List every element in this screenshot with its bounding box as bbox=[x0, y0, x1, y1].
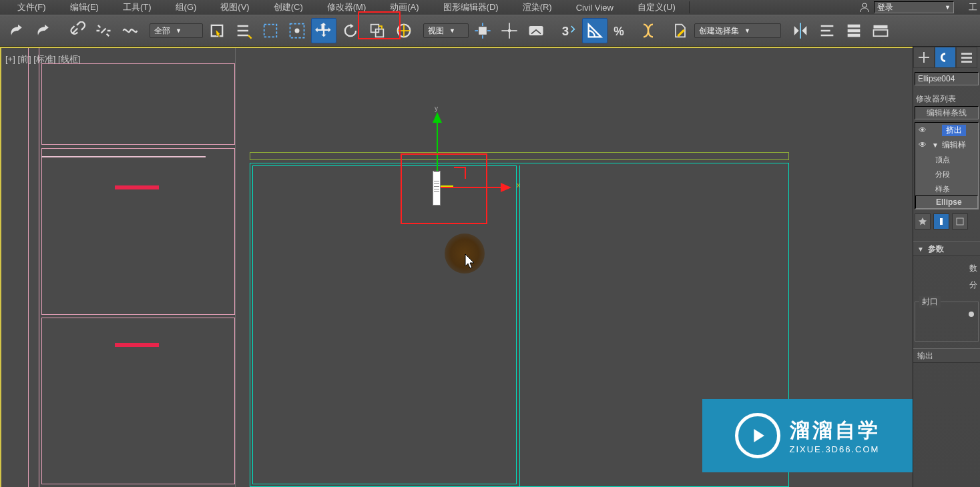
modstack-base-ellipse[interactable]: Ellipse bbox=[915, 195, 978, 209]
dropdown-arrow-icon: ▼ bbox=[945, 4, 951, 11]
collapse-icon[interactable]: ▼ bbox=[931, 141, 939, 149]
create-tab[interactable] bbox=[913, 47, 935, 68]
make-unique-button[interactable] bbox=[952, 213, 968, 229]
scene-patch bbox=[115, 343, 159, 347]
svg-point-5 bbox=[295, 29, 300, 33]
login-label: 登录 bbox=[877, 2, 893, 13]
scene-line bbox=[28, 48, 29, 487]
svg-rect-9 bbox=[479, 27, 487, 35]
menu-group[interactable]: 组(G) bbox=[164, 0, 209, 15]
spinner-snap-button[interactable] bbox=[636, 18, 661, 43]
rollout-output[interactable]: 输出 bbox=[913, 348, 980, 363]
cap-radio[interactable] bbox=[919, 312, 974, 317]
svg-rect-21 bbox=[961, 61, 972, 63]
percent-snap-button[interactable]: % bbox=[609, 18, 634, 43]
selection-filter-dropdown[interactable]: 全部 ▼ bbox=[150, 23, 203, 38]
menu-customize[interactable]: 自定义(U) bbox=[626, 0, 688, 15]
scene-line bbox=[39, 48, 39, 487]
menu-rendering[interactable]: 渲染(R) bbox=[511, 0, 564, 15]
menu-edit[interactable]: 编辑(E) bbox=[58, 0, 111, 15]
rollout-twisty-icon: ▼ bbox=[917, 246, 924, 253]
window-crossing-button[interactable] bbox=[284, 18, 310, 43]
pin-stack-button[interactable] bbox=[915, 213, 931, 229]
redo-button[interactable] bbox=[32, 18, 57, 43]
hierarchy-tab[interactable] bbox=[956, 47, 977, 68]
svg-rect-16 bbox=[848, 34, 861, 37]
viewport[interactable]: [+] [前] [标准] [线框] y x bbox=[0, 47, 913, 487]
param-row: 数 bbox=[916, 260, 977, 277]
main-toolbar: 全部 ▼ 视图 ▼ 3 % 创建选择集 ▼ bbox=[0, 15, 980, 47]
modifier-list-dropdown[interactable]: 编辑样条线 bbox=[915, 106, 979, 119]
modstack-item-editspline[interactable]: 👁 ▼ 编辑样 bbox=[915, 137, 978, 152]
svg-point-0 bbox=[863, 3, 867, 7]
show-end-result-button[interactable] bbox=[933, 213, 949, 229]
snap-3d-button[interactable]: 3 bbox=[555, 18, 581, 43]
modstack-sub-vertex[interactable]: 顶点 bbox=[915, 152, 978, 167]
capping-legend: 封口 bbox=[919, 296, 941, 308]
svg-rect-23 bbox=[957, 218, 963, 225]
menu-tools[interactable]: 工具(T) bbox=[111, 0, 164, 15]
angle-snap-button[interactable] bbox=[582, 18, 607, 43]
menu-create[interactable]: 创建(C) bbox=[262, 0, 315, 15]
gizmo-x-arrow-icon bbox=[501, 183, 511, 192]
menu-view[interactable]: 视图(V) bbox=[208, 0, 261, 15]
named-selection-dropdown[interactable]: 创建选择集 ▼ bbox=[694, 23, 781, 38]
svg-rect-17 bbox=[874, 25, 888, 29]
scene-patch bbox=[115, 185, 159, 189]
link-button[interactable] bbox=[64, 18, 89, 43]
svg-rect-20 bbox=[961, 57, 972, 59]
modstack-sub-spline[interactable]: 样条 bbox=[915, 181, 978, 196]
login-box[interactable]: 登录 ▼ bbox=[859, 1, 966, 13]
modifier-list-label: 修改器列表 bbox=[913, 89, 980, 106]
undo-button[interactable] bbox=[5, 18, 31, 43]
select-region-rect-button[interactable] bbox=[258, 18, 283, 43]
object-name-field[interactable]: Ellipse004 bbox=[915, 72, 979, 85]
select-object-button[interactable] bbox=[204, 18, 230, 43]
modstack-toolbar bbox=[913, 209, 980, 233]
modstack-sub-segment[interactable]: 分段 bbox=[915, 167, 978, 181]
select-by-name-button[interactable] bbox=[231, 18, 256, 43]
svg-rect-18 bbox=[874, 30, 888, 36]
dropdown-arrow-icon: ▼ bbox=[176, 27, 182, 34]
svg-rect-19 bbox=[961, 53, 972, 55]
svg-rect-14 bbox=[848, 25, 861, 28]
command-panel-tabs bbox=[913, 47, 980, 68]
align-button[interactable] bbox=[814, 18, 840, 43]
modstack-item-extrude[interactable]: 👁 挤出 bbox=[915, 123, 978, 137]
dropdown-arrow-icon: ▼ bbox=[744, 27, 750, 34]
menu-grapheditors[interactable]: 图形编辑器(D) bbox=[431, 0, 511, 15]
menu-truncated[interactable]: 工 bbox=[966, 0, 980, 15]
menu-civilview[interactable]: Civil View bbox=[564, 1, 626, 14]
svg-rect-11 bbox=[529, 26, 543, 35]
move-button[interactable] bbox=[311, 18, 336, 43]
bind-spacewarp-button[interactable] bbox=[117, 18, 143, 43]
eye-icon[interactable]: 👁 bbox=[917, 140, 929, 149]
eye-icon[interactable]: 👁 bbox=[917, 125, 929, 135]
tutorial-highlight-viewport bbox=[401, 153, 487, 224]
coord-value: 视图 bbox=[428, 25, 444, 37]
capping-group: 封口 bbox=[915, 302, 979, 342]
modify-tab[interactable] bbox=[935, 47, 956, 68]
select-manipulate-button[interactable] bbox=[497, 18, 522, 43]
toggle-ribbon-button[interactable] bbox=[868, 18, 893, 43]
cursor-icon bbox=[465, 254, 477, 270]
pivot-button[interactable] bbox=[470, 18, 495, 43]
watermark-logo-icon bbox=[735, 413, 780, 458]
mirror-button[interactable] bbox=[788, 18, 813, 43]
menu-bar: 文件(F) 编辑(E) 工具(T) 组(G) 视图(V) 创建(C) 修改器(M… bbox=[0, 0, 980, 15]
svg-text:%: % bbox=[614, 25, 624, 38]
named-selection-edit-button[interactable] bbox=[668, 18, 693, 43]
coord-system-dropdown[interactable]: 视图 ▼ bbox=[423, 23, 469, 38]
named-selection-value: 创建选择集 bbox=[699, 25, 739, 37]
menu-file[interactable]: 文件(F) bbox=[5, 0, 58, 15]
keyboard-shortcut-button[interactable] bbox=[523, 18, 549, 43]
scene-line bbox=[519, 165, 520, 487]
modifier-stack[interactable]: 👁 挤出 👁 ▼ 编辑样 顶点 分段 样条 Ellipse bbox=[915, 122, 979, 209]
unlink-button[interactable] bbox=[91, 18, 116, 43]
scene-line bbox=[41, 156, 206, 157]
scene-box bbox=[41, 148, 235, 315]
rollout-parameters[interactable]: ▼ 参数 bbox=[913, 241, 980, 256]
param-row: 分 bbox=[916, 277, 977, 294]
svg-point-10 bbox=[508, 29, 511, 33]
layer-explorer-button[interactable] bbox=[841, 18, 867, 43]
